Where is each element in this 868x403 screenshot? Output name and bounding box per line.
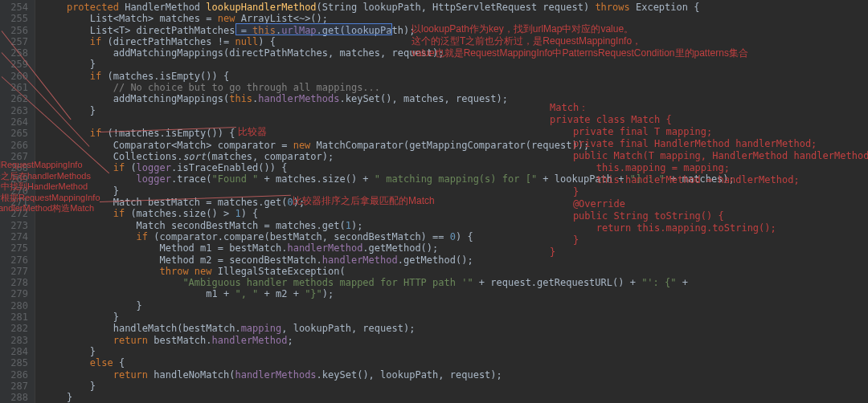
line-number: 259 — [0, 59, 28, 70]
line-number: 260 — [0, 71, 28, 82]
line-number: 262 — [0, 93, 28, 104]
code-line[interactable]: Collections.sort(matches, comparator); — [43, 151, 868, 162]
code-line[interactable]: } — [43, 381, 868, 392]
code-line[interactable]: if (matches.size() > 1) { — [43, 208, 868, 219]
code-line[interactable]: // No choice but to go through all mappi… — [43, 82, 868, 93]
code-line[interactable]: addMatchingMappings(directPathMatches, m… — [43, 47, 868, 59]
code-line[interactable]: return bestMatch.handlerMethod; — [43, 335, 868, 346]
code-line[interactable]: Comparator<Match> comparator = new Match… — [43, 140, 868, 151]
line-number: 280 — [0, 300, 28, 311]
line-number: 285 — [0, 357, 28, 368]
code-line[interactable]: if (matches.isEmpty()) { — [43, 71, 868, 82]
line-number: 273 — [0, 220, 28, 231]
line-number: 255 — [0, 13, 28, 24]
line-number: 258 — [0, 47, 28, 59]
code-line[interactable]: List<Match> matches = new ArrayList<~>()… — [43, 13, 868, 24]
code-line[interactable]: m1 + ", " + m2 + "}"); — [43, 288, 868, 299]
code-line[interactable] — [43, 116, 868, 128]
line-number: 267 — [0, 151, 28, 162]
line-number: 274 — [0, 231, 28, 242]
code-line[interactable]: Method m1 = bestMatch.handlerMethod.getM… — [43, 242, 868, 254]
line-number: 261 — [0, 82, 28, 93]
code-line[interactable]: Match secondBestMatch = matches.get(1); — [43, 220, 868, 231]
code-line[interactable]: addMatchingMappings(this.handlerMethods.… — [43, 93, 868, 104]
line-number: 272 — [0, 208, 28, 219]
code-line[interactable]: "Ambiguous handler methods mapped for HT… — [43, 277, 868, 288]
code-line[interactable]: } — [43, 185, 868, 197]
code-line[interactable]: if (!matches.isEmpty()) { — [43, 128, 868, 139]
line-number: 265 — [0, 128, 28, 139]
line-number: 284 — [0, 346, 28, 357]
code-line[interactable]: Method m2 = secondBestMatch.handlerMetho… — [43, 254, 868, 266]
line-number: 275 — [0, 242, 28, 254]
code-line[interactable]: return handleNoMatch(handlerMethods.keyS… — [43, 369, 868, 381]
code-line[interactable]: } — [43, 105, 868, 116]
code-line[interactable]: Match bestMatch = matches.get(0); — [43, 197, 868, 208]
line-number: 268 — [0, 162, 28, 173]
line-number: 270 — [0, 185, 28, 197]
code-line[interactable]: else { — [43, 357, 868, 368]
line-numbers-gutter: 2542552562572582592602612622632642652662… — [0, 0, 35, 403]
line-number: 256 — [0, 25, 28, 36]
code-line[interactable]: if (logger.isTraceEnabled()) { — [43, 162, 868, 173]
line-number: 283 — [0, 335, 28, 346]
line-number: 271 — [0, 197, 28, 208]
line-number: 287 — [0, 381, 28, 392]
code-line[interactable]: } — [43, 59, 868, 70]
line-number: 279 — [0, 288, 28, 299]
line-number: 276 — [0, 254, 28, 266]
line-number: 254 — [0, 2, 28, 13]
code-line[interactable]: throw new IllegalStateException( — [43, 266, 868, 277]
code-line[interactable]: } — [43, 300, 868, 311]
line-number: 266 — [0, 140, 28, 151]
code-line[interactable]: List<T> directPathMatches = this.urlMap.… — [43, 25, 868, 36]
code-line[interactable]: handleMatch(bestMatch.mapping, lookupPat… — [43, 323, 868, 334]
code-editor[interactable]: 2542552562572582592602612622632642652662… — [0, 0, 868, 403]
line-number: 278 — [0, 277, 28, 288]
line-number: 264 — [0, 116, 28, 128]
code-line[interactable]: logger.trace("Found " + matches.size() +… — [43, 173, 868, 185]
line-number: 269 — [0, 173, 28, 185]
line-number: 286 — [0, 369, 28, 381]
code-line[interactable]: if (comparator.compare(bestMatch, second… — [43, 231, 868, 242]
code-line[interactable]: protected HandlerMethod lookupHandlerMet… — [43, 2, 868, 13]
code-line[interactable]: } — [43, 311, 868, 323]
code-line[interactable]: } — [43, 346, 868, 357]
code-line[interactable]: if (directPathMatches != null) { — [43, 36, 868, 47]
line-number: 277 — [0, 266, 28, 277]
line-number: 263 — [0, 105, 28, 116]
line-number: 257 — [0, 36, 28, 47]
code-area[interactable]: protected HandlerMethod lookupHandlerMet… — [35, 0, 868, 403]
line-number: 288 — [0, 392, 28, 403]
code-line[interactable]: } — [43, 392, 868, 403]
line-number: 281 — [0, 311, 28, 323]
line-number: 282 — [0, 323, 28, 334]
